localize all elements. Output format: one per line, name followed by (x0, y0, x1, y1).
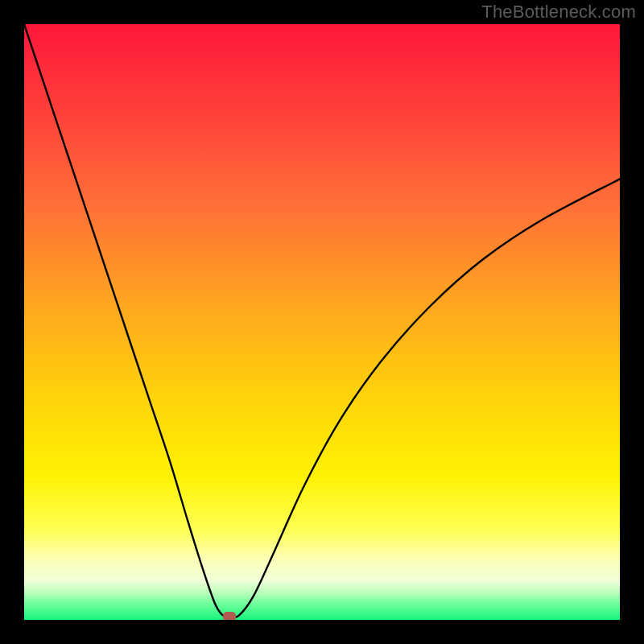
plot-area (24, 24, 620, 620)
chart-frame: TheBottleneck.com (0, 0, 644, 644)
curve-layer (24, 24, 620, 620)
bottleneck-curve (24, 24, 620, 617)
watermark-text: TheBottleneck.com (481, 2, 636, 23)
optimum-marker (223, 612, 236, 620)
